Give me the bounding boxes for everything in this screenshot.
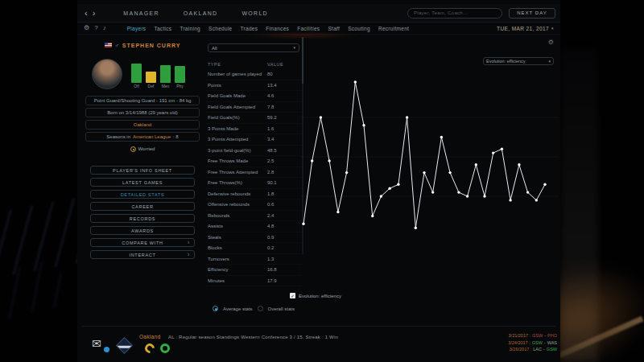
stat-type: Defensive rebounds [208,191,267,196]
mail-icon[interactable]: ✉ [92,338,101,349]
stat-row: Number of games played 80 [206,69,301,80]
stat-row: Minutes 17.9 [206,276,301,287]
chart-point [440,136,443,138]
date-selector[interactable]: TUE, MAR 21, 2017 ▾ [497,26,554,31]
stat-type: 3 Points Made [208,126,267,131]
gear-icon[interactable]: ⚙ [84,25,89,31]
sidebar-button[interactable]: INTERACT › [90,250,195,259]
column-value: VALUE [267,62,283,67]
chart-point [526,191,529,193]
chart-point [397,183,399,186]
chart-metric-dropdown[interactable]: Evolution: efficiency ▾ [483,57,554,65]
chart-point [328,159,330,162]
nav-item[interactable]: Schedule [208,26,233,31]
nav-item[interactable]: Recruitment [378,26,409,31]
attribute-def: Def [146,72,156,89]
nav-item[interactable]: Tactics [154,26,171,31]
male-gender-icon: ♂ [115,43,119,48]
chevron-right-icon: › [188,252,190,257]
player-info-rows: Point Guard/Shooting Guard - 191 cm - 84… [84,96,201,154]
chart-point [448,171,451,174]
stat-value: 3.4 [267,137,274,142]
away-team: PHO [547,333,557,338]
stat-row: Offensive rebounds 0.6 [206,200,301,211]
nav-item[interactable]: Trades [241,26,258,31]
sidebar-button[interactable]: LATEST GAMES [90,178,195,187]
main-tab[interactable]: OAKLAND [184,10,218,16]
team-link[interactable]: Oakland [134,122,151,127]
stat-value: 48.5 [267,148,277,153]
sidebar-button[interactable]: CAREER [90,202,195,211]
stat-row: 3 Points Made 1.6 [206,124,301,135]
chart-point [501,148,503,150]
main-tabs: MANAGEROAKLANDWORLD [123,10,268,16]
chart-line [303,82,545,228]
attribute-label: Def [148,84,155,89]
game-result[interactable]: 3/21/2017 : GSW - PHO [509,333,557,338]
nav-item[interactable]: Training [180,26,200,31]
team-logo[interactable] [116,337,133,354]
stat-value: 13.4 [267,83,277,88]
stat-row: Assists 4.8 [206,221,301,232]
team-link-row[interactable]: Oakland [85,120,200,130]
stat-type: Efficiency [208,267,267,272]
search-placeholder: Player, Team, Coach... [414,10,468,15]
chart-point [423,171,425,174]
stats-table: Number of games played 80 Points 13.4 Fi… [206,69,301,286]
score-separator: - [543,347,545,352]
chart-point [362,124,365,126]
stat-type: Field Goals(%) [208,115,267,120]
footer-team-name[interactable]: Oakland [139,334,160,339]
nav-item[interactable]: Finances [266,26,289,31]
stat-value: 1.6 [267,126,274,131]
nav-item[interactable]: Players [127,26,147,31]
mail-notification-badge [104,347,109,352]
nav-item[interactable]: Facilities [297,26,320,31]
game-result[interactable]: 3/24/2017 : GSW - WAS [508,340,557,345]
stat-type: 3-point field-goal(%) [208,148,267,153]
sidebar-button[interactable]: COMPARE WITH › [90,238,195,247]
game-result[interactable]: 3/26/2017 : LAC - GSW [510,347,557,352]
mood-row: Worried [85,144,200,154]
stat-row: Defensive rebounds 1.8 [206,189,301,200]
next-day-button[interactable]: NEXT DAY [509,8,555,19]
home-team: GSW [532,333,543,338]
chart-point [406,116,408,118]
stat-type: Offensive rebounds [208,202,267,207]
stat-type: 3 Points Attempted [208,137,267,142]
sidebar-button[interactable]: AWARDS [90,226,195,235]
chart-point [415,227,417,229]
stat-type: Assists [208,224,267,228]
help-icon[interactable]: ? [94,25,97,31]
stat-type: Turnovers [208,257,267,261]
average-stats-radio[interactable] [213,306,218,311]
stat-row: Free Throws Attempted 2.8 [206,167,301,179]
main-tab[interactable]: MANAGER [123,10,159,16]
chevron-down-icon: ▾ [551,27,554,31]
nav-item[interactable]: Scouting [348,26,370,31]
back-icon[interactable]: ‹ [82,9,90,18]
stats-filter-dropdown[interactable]: All ▾ [208,43,299,52]
stat-row: 3-point field-goal(%) 48.5 [206,146,301,157]
chart-point [371,215,374,217]
forward-icon[interactable]: › [90,9,98,18]
search-input[interactable]: Player, Team, Coach... [407,8,502,19]
stat-row: Efficiency 16.8 [206,265,301,276]
music-icon[interactable]: ♪ [103,25,106,31]
stat-type: Blocks [208,245,267,250]
chart-settings-gear-icon[interactable]: ⚙ [548,39,554,46]
league-link[interactable]: American League [133,134,171,139]
sidebar-button[interactable]: DETAILED STATS [90,190,195,199]
legend-checkbox[interactable]: ✓ [290,293,295,298]
stat-value: 4.6 [267,93,274,98]
stat-type: Field Goals Attempted [208,105,267,109]
stat-row: Free Throws(%) 90.1 [206,178,301,189]
sidebar-button[interactable]: PLAYER'S INFO SHEET [90,166,195,175]
main-tab[interactable]: WORLD [242,10,268,16]
chart-point [543,183,546,186]
nav-item[interactable]: Staff [328,26,340,31]
stat-value: 2.8 [267,170,274,175]
overall-stats-radio[interactable] [258,306,263,311]
chart-point [354,80,357,83]
sidebar-button[interactable]: RECORDS [90,214,195,223]
